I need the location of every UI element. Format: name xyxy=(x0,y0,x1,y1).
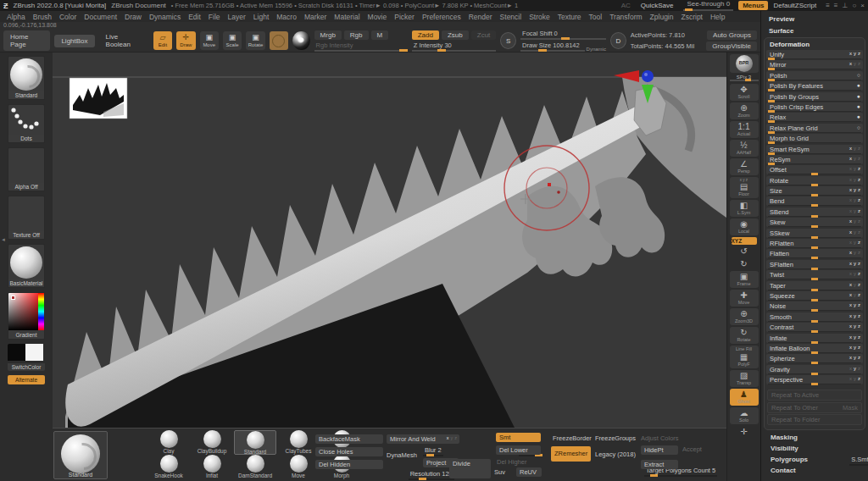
adjust-colors-button[interactable]: Adjust Colors xyxy=(641,434,679,442)
auto-groups-button[interactable]: Auto Groups xyxy=(707,30,757,40)
brush-standard[interactable]: Standard xyxy=(234,430,276,455)
suv-button[interactable]: Suv xyxy=(494,468,505,476)
deform-slider-smart-resym[interactable]: Smart ReSymxyz xyxy=(766,145,863,154)
menus-button[interactable]: Menus xyxy=(738,1,768,10)
alpha-off-selector[interactable]: Alpha Off xyxy=(8,147,45,191)
lightbox-button[interactable]: LightBox xyxy=(54,35,94,47)
close-holes-button[interactable]: Close Holes xyxy=(315,447,383,456)
menu-help[interactable]: Help xyxy=(710,13,725,21)
deform-slider-polish-crisp-edges[interactable]: Polish Crisp Edges● xyxy=(766,102,863,112)
deform-slider-size[interactable]: Sizexyz xyxy=(766,186,863,196)
extract-button[interactable]: Extract xyxy=(641,460,678,469)
deform-slider-perspective[interactable]: Perspectivexyz xyxy=(766,375,863,384)
deform-slider-inflate[interactable]: Inflatexyz xyxy=(766,334,863,343)
scroll-button[interactable]: ✥Scroll xyxy=(730,84,759,101)
deform-slider-gravity[interactable]: Gravityxyz xyxy=(766,365,863,374)
material-sphere-icon[interactable] xyxy=(292,31,310,50)
deform-slider-rflatten[interactable]: RFlattenxyz xyxy=(766,239,863,248)
alternate-button[interactable]: Alternate xyxy=(8,375,45,384)
menu-render[interactable]: Render xyxy=(469,13,492,21)
deformation-header[interactable]: Deformation xyxy=(766,40,863,50)
draw-size-slider[interactable]: Draw Size 100.8142 xyxy=(520,41,584,52)
standard-selector[interactable]: Standard xyxy=(8,56,45,100)
minimize-icon[interactable]: ⊥ xyxy=(843,2,849,9)
solo-button[interactable]: ☁Solo xyxy=(730,407,759,424)
deform-slider-polish[interactable]: Polish○ xyxy=(766,71,863,80)
menu-layer[interactable]: Layer xyxy=(228,13,246,21)
mirror-and-weld-button[interactable]: Mirror And Weldxyz xyxy=(387,434,459,444)
move-button[interactable]: ✚Move xyxy=(730,290,759,307)
move-button[interactable]: ▣Move xyxy=(200,31,219,50)
deform-slider-taper[interactable]: Taperxyz xyxy=(766,281,863,290)
menu-edit[interactable]: Edit xyxy=(188,13,201,21)
titlebar-icon[interactable]: ○ xyxy=(852,2,856,9)
deform-slider-inflate-balloon[interactable]: Inflate Balloonxyz xyxy=(766,344,863,353)
brush-claybuildup[interactable]: ClayBuildup xyxy=(191,430,233,455)
deform-slider-sflatten[interactable]: SFlattenxyz xyxy=(766,260,863,269)
sculptris-pro-button[interactable] xyxy=(270,31,288,50)
brush-claytubes[interactable]: ClayTubes xyxy=(277,430,320,455)
deform-slider-squeeze[interactable]: Squeezexyz xyxy=(766,291,863,301)
menu-marker[interactable]: Marker xyxy=(304,13,326,21)
visibility-section[interactable]: Visibility xyxy=(764,441,865,452)
tray-divider-handle[interactable]: ◄ xyxy=(1,237,6,243)
quicksave-button[interactable]: QuickSave xyxy=(636,1,679,10)
focal-shift-slider[interactable]: Focal Shift 0 xyxy=(520,30,606,40)
active-brush-thumbnail[interactable]: Standard xyxy=(53,431,108,479)
m-button[interactable]: M xyxy=(371,30,389,40)
see-through-slider[interactable]: See-through 0 xyxy=(683,0,733,11)
deform-slider-noise[interactable]: Noisexyz xyxy=(766,301,863,311)
divide-button[interactable]: Divide xyxy=(449,459,491,478)
main-color-swatch[interactable] xyxy=(8,344,25,361)
deform-slider-twist[interactable]: Twistxyz xyxy=(766,270,863,279)
home-page-button[interactable]: Home Page xyxy=(3,30,50,51)
deform-slider-unify[interactable]: Unifyxyz xyxy=(766,50,863,59)
l-sym-button[interactable]: ◧L.Sym xyxy=(730,200,759,217)
menu-file[interactable]: File xyxy=(209,13,220,21)
repeat-to-folder-button[interactable]: Repeat To Folder xyxy=(767,414,862,425)
deform-slider-mirror[interactable]: Mirrorxyz xyxy=(766,60,863,69)
live-boolean-button[interactable]: Live Boolean xyxy=(99,30,149,51)
menu-movie[interactable]: Movie xyxy=(368,13,387,21)
secondary-color-swatch[interactable] xyxy=(25,344,43,361)
menu-brush[interactable]: Brush xyxy=(33,13,52,21)
repeat-to-active-button[interactable]: Repeat To Active xyxy=(767,390,862,401)
menu-material[interactable]: Material xyxy=(334,13,359,21)
deform-slider-contrast[interactable]: Contrastxyz xyxy=(766,323,863,332)
rgb-button[interactable]: Rgb xyxy=(344,30,369,40)
deform-slider-flatten[interactable]: Flattenxyz xyxy=(766,249,863,258)
spix-slider[interactable]: SPix 3 xyxy=(730,75,759,81)
texture-off-selector[interactable]: Texture Off xyxy=(8,196,45,240)
local-button[interactable]: ◉Local xyxy=(730,218,759,235)
ghost-button[interactable]: ♟Ghost xyxy=(730,389,759,406)
preview-section[interactable]: Preview xyxy=(764,13,865,25)
menu-tool[interactable]: Tool xyxy=(589,13,603,21)
brush-clay[interactable]: Clay xyxy=(147,430,190,455)
zcut-button[interactable]: Zcut xyxy=(471,30,497,40)
bpr-button[interactable]: BPR xyxy=(730,54,759,73)
deform-slider-relax[interactable]: Relax● xyxy=(766,113,863,122)
draw-d-icon[interactable]: D xyxy=(610,32,626,49)
blur-slider[interactable]: Blur 2 xyxy=(423,446,443,456)
zadd-button[interactable]: Zadd xyxy=(412,30,439,40)
zremesher-button[interactable]: ZRemesher xyxy=(551,446,591,462)
dots-selector[interactable]: Dots xyxy=(8,104,45,143)
ssmt-slider[interactable]: S.Smt 5 xyxy=(849,456,868,466)
gradient-selector[interactable]: Gradient xyxy=(8,292,45,340)
frame-button[interactable]: ▣Frame xyxy=(730,271,759,288)
menu-macro[interactable]: Macro xyxy=(276,13,297,21)
freeze-groups-button[interactable]: FreezeGroups xyxy=(595,434,636,442)
deform-slider-spherize[interactable]: Spherizexyz xyxy=(766,354,863,363)
surface-section[interactable]: Surface xyxy=(764,25,865,36)
accept-button[interactable]: Accept xyxy=(682,445,702,453)
color-picker[interactable] xyxy=(8,293,44,330)
polyf-button[interactable]: Line Fill▦PolyF xyxy=(730,346,759,368)
xyz-rotation-button[interactable]: XYZ xyxy=(732,237,757,245)
smt-button[interactable]: Smt xyxy=(496,433,541,442)
hidept-button[interactable]: HidePt xyxy=(641,445,678,455)
deform-slider-polish-by-groups[interactable]: Polish By Groups● xyxy=(766,92,863,102)
actual-button[interactable]: 1:1Actual xyxy=(730,121,759,138)
aahalf-button[interactable]: ½AAHalf xyxy=(730,140,759,157)
deform-slider-sskew[interactable]: SSkewxyz xyxy=(766,229,863,238)
menu-stencil[interactable]: Stencil xyxy=(500,13,522,21)
